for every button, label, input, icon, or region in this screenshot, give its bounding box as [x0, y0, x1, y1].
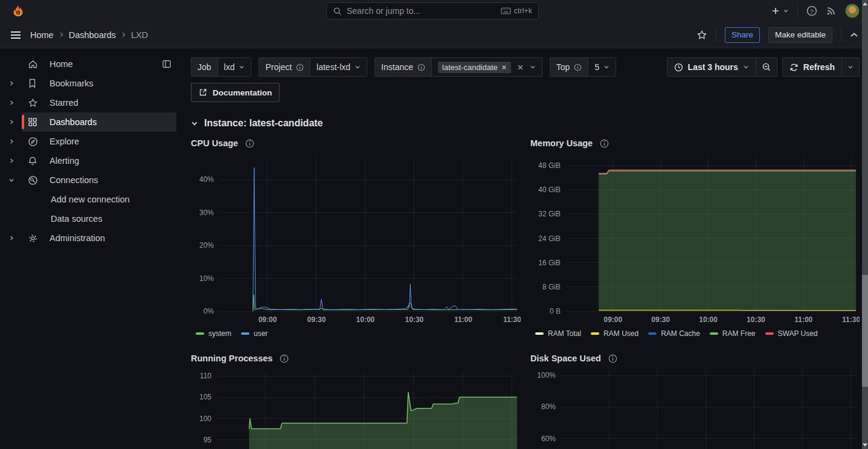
sidebar-item-administration[interactable]: Administration: [0, 228, 182, 248]
chart-cpu-usage[interactable]: 0%10%20%30%40%09:0009:3010:0010:3011:001…: [191, 152, 521, 327]
scrollbar-thumb[interactable]: [862, 275, 868, 387]
chart-memory-usage[interactable]: 0 B8 GiB16 GiB24 GiB32 GiB40 GiB48 GiB09…: [530, 152, 860, 327]
refresh-interval-dropdown[interactable]: [841, 57, 860, 77]
sidebar-item-label: Add new connection: [51, 195, 130, 204]
svg-text:11:30: 11:30: [503, 315, 521, 324]
user-avatar[interactable]: [845, 4, 860, 18]
zoom-out-button[interactable]: [756, 57, 777, 77]
scroll-down-arrow-icon[interactable]: [863, 444, 867, 447]
filter-job-value[interactable]: lxd: [218, 58, 251, 76]
filter-top-label: Top: [550, 58, 589, 76]
chart-svg-processes: 11010510095: [191, 367, 521, 449]
chevron-down-icon: [743, 64, 749, 70]
make-editable-button[interactable]: Make editable: [768, 27, 832, 43]
top-nav: Search or jump to... ctrl+k ?: [0, 0, 868, 22]
legend-swatch: [535, 332, 544, 335]
chevron-down-icon[interactable]: [8, 177, 17, 183]
scroll-up-arrow-icon[interactable]: [863, 2, 867, 5]
chevron-right-icon[interactable]: [8, 80, 17, 86]
chart-svg-disk: 100%80%60%40%: [530, 367, 860, 449]
panel-title-processes[interactable]: Running Processes: [191, 354, 521, 363]
documentation-button[interactable]: Documentation: [191, 83, 280, 102]
filter-top: Top 5: [550, 57, 616, 77]
svg-text:09:30: 09:30: [651, 315, 670, 324]
hamburger-icon: [10, 30, 22, 40]
legend-memory: RAM TotalRAM UsedRAM CacheRAM FreeSWAP U…: [530, 329, 860, 338]
sidebar-item-connections[interactable]: Connections: [0, 170, 182, 190]
info-icon[interactable]: [574, 63, 582, 71]
filter-instance-value[interactable]: latest-candidate: [432, 58, 542, 76]
sidebar-item-alerting[interactable]: Alerting: [0, 151, 182, 170]
chevron-right-icon[interactable]: [8, 138, 17, 144]
scrollbar[interactable]: [862, 0, 868, 449]
legend-swatch: [241, 332, 249, 335]
bell-icon: [28, 156, 39, 166]
share-button[interactable]: Share: [725, 27, 760, 43]
grafana-logo-icon[interactable]: [11, 4, 25, 18]
clear-all-icon[interactable]: [517, 64, 524, 71]
external-link-icon: [199, 88, 207, 97]
legend-item[interactable]: RAM Cache: [648, 329, 700, 338]
row-header-instance[interactable]: Instance: latest-candidate: [191, 118, 860, 129]
sidebar-item-explore[interactable]: Explore: [0, 132, 182, 151]
filter-job: Job lxd: [191, 57, 251, 77]
filter-top-value[interactable]: 5: [588, 58, 616, 76]
chevron-right-icon[interactable]: [8, 158, 17, 164]
star-dashboard-button[interactable]: [696, 30, 707, 40]
sidebar-item-starred[interactable]: Starred: [0, 93, 182, 112]
remove-tag-icon[interactable]: [501, 65, 507, 70]
collapse-toolbar-button[interactable]: [850, 32, 858, 38]
sidebar-item-label: Connections: [50, 175, 98, 185]
panel-title-memory[interactable]: Memory Usage: [530, 138, 860, 148]
svg-text:95: 95: [204, 436, 212, 444]
instance-tag[interactable]: latest-candidate: [438, 62, 511, 73]
chevron-right-icon[interactable]: [8, 235, 17, 241]
svg-text:11:00: 11:00: [794, 315, 812, 324]
dock-menu-icon[interactable]: [162, 59, 172, 69]
breadcrumb-dashboards[interactable]: Dashboards: [69, 30, 116, 40]
news-button[interactable]: [826, 5, 837, 16]
sidebar-item-data-sources[interactable]: Data sources: [0, 209, 182, 228]
chart-disk-space-used[interactable]: 100%80%60%40%: [530, 367, 860, 449]
chart-running-processes[interactable]: 11010510095: [191, 367, 521, 449]
legend-item[interactable]: user: [241, 329, 268, 338]
time-range-picker[interactable]: Last 3 hours: [667, 57, 756, 77]
info-icon[interactable]: [417, 63, 425, 71]
info-icon[interactable]: [296, 63, 304, 71]
filter-instance-label: Instance: [375, 58, 432, 76]
search-input[interactable]: Search or jump to... ctrl+k: [326, 2, 539, 19]
svg-text:110: 110: [200, 372, 211, 380]
info-icon[interactable]: [245, 139, 254, 148]
filter-project-value[interactable]: latest-lxd: [310, 58, 367, 76]
chart-svg-memory: 0 B8 GiB16 GiB24 GiB32 GiB40 GiB48 GiB09…: [530, 152, 860, 327]
chevron-right-icon[interactable]: [8, 100, 17, 106]
info-icon[interactable]: [608, 354, 617, 363]
help-button[interactable]: ?: [806, 5, 817, 16]
chevron-down-icon: [530, 64, 536, 70]
sidebar-nav: Home Bookmarks Starred: [0, 48, 182, 449]
breadcrumb-home[interactable]: Home: [30, 30, 54, 40]
info-icon[interactable]: [600, 139, 609, 148]
sidebar-item-add-new-connection[interactable]: Add new connection: [0, 190, 182, 209]
mega-menu-toggle[interactable]: [10, 30, 22, 40]
sidebar-item-label: Bookmarks: [50, 79, 94, 88]
sidebar-item-home[interactable]: Home: [0, 54, 182, 74]
legend-item[interactable]: RAM Used: [591, 329, 638, 338]
legend-label: user: [254, 329, 268, 338]
svg-text:24 GiB: 24 GiB: [538, 234, 561, 243]
add-new-button[interactable]: [771, 6, 789, 16]
sidebar-item-dashboards[interactable]: Dashboards: [0, 112, 182, 132]
panel-title-cpu[interactable]: CPU Usage: [191, 138, 521, 148]
legend-item[interactable]: SWAP Used: [765, 329, 818, 338]
chevron-down-icon: [603, 64, 609, 70]
refresh-button[interactable]: Refresh: [782, 57, 841, 77]
panel-title-disk[interactable]: Disk Space Used: [530, 354, 860, 363]
home-icon: [28, 59, 39, 69]
legend-item[interactable]: RAM Total: [535, 329, 581, 338]
svg-text:0%: 0%: [204, 307, 214, 315]
sidebar-item-bookmarks[interactable]: Bookmarks: [0, 74, 182, 93]
legend-item[interactable]: RAM Free: [710, 329, 756, 338]
legend-item[interactable]: system: [196, 329, 231, 338]
info-icon[interactable]: [280, 354, 289, 363]
chevron-right-icon[interactable]: [8, 119, 17, 125]
